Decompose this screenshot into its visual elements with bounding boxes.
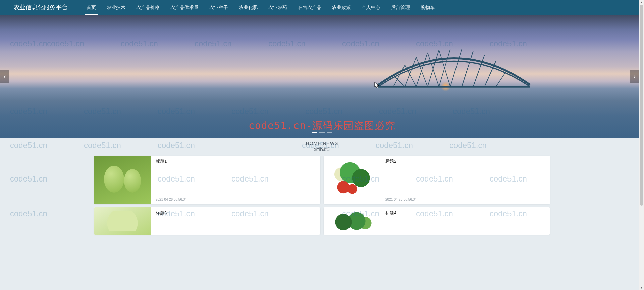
card-date: 2021-04-25 08:56:34 bbox=[385, 198, 545, 201]
svg-line-6 bbox=[450, 49, 462, 86]
scroll-down-icon[interactable]: ▼ bbox=[639, 285, 644, 290]
section-title-en: HOME NEWS bbox=[0, 141, 644, 146]
svg-line-1 bbox=[393, 65, 405, 87]
card-body: 标题22021-04-25 08:56:34 bbox=[381, 156, 550, 204]
svg-line-16 bbox=[462, 51, 473, 86]
watermark: code51.cn bbox=[10, 209, 47, 218]
svg-line-18 bbox=[484, 61, 496, 87]
svg-line-11 bbox=[393, 75, 405, 87]
cards-grid: 标题12021-04-26 08:56:34标题22021-04-25 08:5… bbox=[94, 156, 550, 235]
card-image bbox=[94, 207, 151, 235]
section-title-zh: 农业政策 bbox=[0, 147, 644, 152]
card-title: 标题4 bbox=[385, 210, 545, 216]
scrollbar-thumb[interactable] bbox=[640, 5, 643, 206]
svg-line-4 bbox=[427, 50, 439, 87]
nav-item-0[interactable]: 首页 bbox=[81, 0, 101, 15]
nav-list: 首页农业技术农产品价格农产品供求量农业种子农业化肥农业农药在售农产品农业政策个人… bbox=[81, 0, 440, 15]
card-body: 标题4 bbox=[381, 207, 550, 235]
nav-item-2[interactable]: 农产品价格 bbox=[131, 0, 165, 15]
news-card-1[interactable]: 标题22021-04-25 08:56:34 bbox=[324, 156, 550, 204]
nav-item-4[interactable]: 农业种子 bbox=[204, 0, 233, 15]
svg-line-10 bbox=[496, 70, 507, 87]
card-image bbox=[324, 156, 381, 204]
top-navbar: 农业信息化服务平台 首页农业技术农产品价格农产品供求量农业种子农业化肥农业农药在… bbox=[0, 0, 644, 15]
svg-line-8 bbox=[473, 55, 484, 86]
watermark: code51.cn bbox=[10, 174, 47, 184]
carousel-next-button[interactable]: › bbox=[630, 70, 639, 83]
nav-item-8[interactable]: 农业政策 bbox=[327, 0, 356, 15]
card-title: 标题2 bbox=[385, 158, 545, 164]
carousel-prev-button[interactable]: ‹ bbox=[0, 70, 9, 83]
svg-line-13 bbox=[416, 57, 427, 86]
svg-line-2 bbox=[405, 57, 416, 86]
svg-line-3 bbox=[416, 53, 427, 87]
nav-item-11[interactable]: 购物车 bbox=[415, 0, 440, 15]
svg-line-5 bbox=[439, 49, 450, 86]
vertical-scrollbar[interactable]: ▲ ▼ bbox=[639, 0, 644, 290]
watermark-center: code51.cn-源码乐园盗图必究 bbox=[249, 119, 396, 133]
card-body: 标题3 bbox=[151, 207, 320, 235]
svg-line-9 bbox=[484, 61, 496, 87]
nav-item-6[interactable]: 农业农药 bbox=[263, 0, 292, 15]
nav-item-7[interactable]: 在售农产品 bbox=[292, 0, 327, 15]
card-title: 标题1 bbox=[156, 158, 316, 164]
nav-item-5[interactable]: 农业化肥 bbox=[233, 0, 263, 15]
svg-line-14 bbox=[427, 53, 439, 87]
card-title: 标题3 bbox=[156, 210, 316, 216]
svg-line-15 bbox=[439, 50, 450, 87]
news-card-0[interactable]: 标题12021-04-26 08:56:34 bbox=[94, 156, 320, 204]
scroll-up-icon[interactable]: ▲ bbox=[639, 0, 644, 5]
svg-line-7 bbox=[462, 51, 473, 86]
sun-decor bbox=[441, 81, 451, 91]
news-card-2[interactable]: 标题3 bbox=[94, 207, 320, 235]
card-date: 2021-04-26 08:56:34 bbox=[156, 198, 316, 201]
nav-item-3[interactable]: 农产品供求量 bbox=[165, 0, 204, 15]
nav-item-1[interactable]: 农业技术 bbox=[101, 0, 131, 15]
card-image bbox=[324, 207, 381, 235]
nav-item-9[interactable]: 个人中心 bbox=[356, 0, 386, 15]
svg-line-17 bbox=[473, 55, 484, 86]
card-body: 标题12021-04-26 08:56:34 bbox=[151, 156, 320, 204]
card-image bbox=[94, 156, 151, 204]
section-title: HOME NEWS 农业政策 bbox=[0, 138, 644, 154]
svg-line-12 bbox=[405, 65, 416, 87]
bridge-decor bbox=[277, 47, 631, 96]
nav-item-10[interactable]: 后台管理 bbox=[386, 0, 415, 15]
news-card-3[interactable]: 标题4 bbox=[324, 207, 550, 235]
brand-title: 农业信息化服务平台 bbox=[13, 3, 68, 11]
